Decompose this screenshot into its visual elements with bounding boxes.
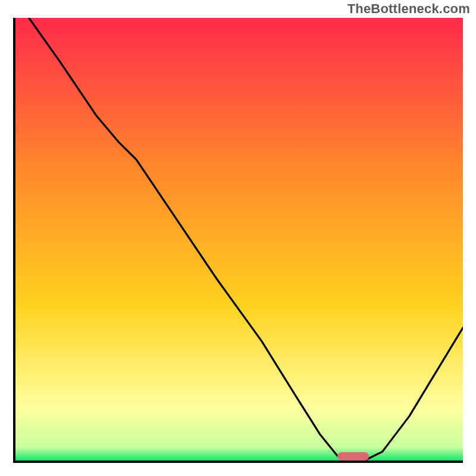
optimal-range-marker — [337, 452, 369, 461]
bottleneck-curve — [15, 18, 463, 461]
plot-area — [15, 18, 463, 461]
watermark-text: TheBottleneck.com — [347, 1, 470, 17]
